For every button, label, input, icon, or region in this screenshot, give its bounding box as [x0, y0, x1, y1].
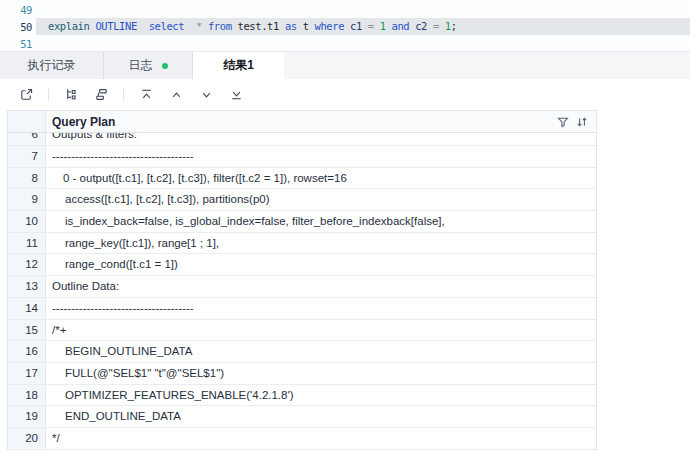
- editor-line-51: 51: [0, 35, 690, 52]
- tab-execution-record[interactable]: 执行记录: [0, 52, 103, 79]
- row-text: range_cond([t.c1 = 1]): [46, 254, 596, 275]
- row-number: 19: [8, 406, 46, 427]
- export-icon[interactable]: [13, 83, 39, 107]
- editor-line-50: 50 explain OUTLINE select * from test.t1…: [0, 18, 690, 35]
- table-row[interactable]: 7-------------------------------------: [8, 146, 596, 168]
- tab-result-1[interactable]: 结果1: [192, 52, 284, 79]
- result-toolbar: [0, 79, 690, 110]
- tabbar-filler: [284, 52, 690, 79]
- sql-token: from: [208, 20, 232, 32]
- table-header-row: Query Plan: [8, 111, 596, 133]
- row-text: access([t.c1], [t.c2], [t.c3]), partitio…: [46, 189, 596, 210]
- table-row[interactable]: 15/*+: [8, 320, 596, 342]
- tab-log[interactable]: 日志: [103, 52, 192, 79]
- tree-structure-icon[interactable]: [58, 83, 84, 107]
- row-text: FULL(@"SEL$1" "t"@"SEL$1"): [46, 363, 596, 384]
- row-number: 12: [8, 254, 46, 275]
- row-number: 17: [8, 363, 46, 384]
- table-row[interactable]: 17FULL(@"SEL$1" "t"@"SEL$1"): [8, 363, 596, 385]
- filter-icon[interactable]: [557, 116, 569, 128]
- row-text: /*+: [46, 320, 596, 341]
- sql-token: c1: [350, 20, 362, 32]
- row-text: is_index_back=false, is_global_index=fal…: [46, 211, 596, 232]
- row-text: BEGIN_OUTLINE_DATA: [46, 341, 596, 362]
- row-text: Outputs & filters:: [46, 133, 596, 145]
- table-row[interactable]: 20*/: [8, 428, 596, 450]
- line-number: 49: [0, 4, 36, 16]
- row-text: OPTIMIZER_FEATURES_ENABLE('4.2.1.8'): [46, 385, 596, 406]
- sql-editor[interactable]: 49 50 explain OUTLINE select * from test…: [0, 0, 690, 52]
- sql-token: ;: [451, 20, 457, 32]
- sql-token: [137, 20, 149, 32]
- scroll-top-icon[interactable]: [133, 83, 159, 107]
- row-text: END_OUTLINE_DATA: [46, 406, 596, 427]
- table-row[interactable]: 19END_OUTLINE_DATA: [8, 406, 596, 428]
- row-number: 13: [8, 276, 46, 297]
- code-line: [36, 1, 690, 18]
- tab-label: 执行记录: [28, 57, 76, 74]
- query-plan-table: Query Plan 6Outputs & filters: [7, 110, 597, 450]
- table-row[interactable]: 6Outputs & filters:: [8, 133, 596, 146]
- table-row[interactable]: 18OPTIMIZER_FEATURES_ENABLE('4.2.1.8'): [8, 385, 596, 407]
- sql-token: [184, 20, 196, 32]
- scroll-up-icon[interactable]: [163, 83, 189, 107]
- line-number: 50: [0, 21, 36, 33]
- code-line: [36, 35, 690, 52]
- toolbar-divider: [123, 88, 124, 101]
- row-number: 6: [8, 133, 46, 145]
- row-number-header: [8, 111, 46, 132]
- query-plan-header-cell: Query Plan: [46, 111, 596, 132]
- result-tabbar: 执行记录 日志 结果1: [0, 52, 690, 79]
- column-title: Query Plan: [52, 115, 115, 129]
- row-number: 15: [8, 320, 46, 341]
- query-plan-panel: Query Plan 6Outputs & filters: [0, 110, 690, 450]
- table-row[interactable]: 10is_index_back=false, is_global_index=f…: [8, 211, 596, 233]
- scroll-bottom-icon[interactable]: [223, 83, 249, 107]
- sql-token: OUTLINE: [95, 20, 136, 32]
- toolbar-divider: [48, 88, 49, 101]
- row-text: -------------------------------------: [46, 298, 596, 319]
- scroll-down-icon[interactable]: [193, 83, 219, 107]
- tab-label: 结果1: [223, 57, 254, 74]
- header-icons: [557, 116, 588, 128]
- sql-token: test.t1: [238, 20, 279, 32]
- line-number: 51: [0, 38, 36, 50]
- sort-icon[interactable]: [576, 116, 588, 128]
- row-text: -------------------------------------: [46, 146, 596, 167]
- row-number: 20: [8, 428, 46, 449]
- row-text: 0 - output([t.c1], [t.c2], [t.c3]), filt…: [46, 168, 596, 189]
- table-row[interactable]: 14-------------------------------------: [8, 298, 596, 320]
- row-text: */: [46, 428, 596, 449]
- table-row[interactable]: 16BEGIN_OUTLINE_DATA: [8, 341, 596, 363]
- sql-code-line: explain OUTLINE select * from test.t1 as…: [36, 18, 690, 35]
- table-row[interactable]: 80 - output([t.c1], [t.c2], [t.c3]), fil…: [8, 168, 596, 190]
- row-number: 18: [8, 385, 46, 406]
- layout-rows-icon[interactable]: [88, 83, 114, 107]
- row-number: 10: [8, 211, 46, 232]
- green-dot-indicator: [162, 63, 168, 69]
- sql-token: select: [149, 20, 185, 32]
- sql-token: and: [391, 20, 409, 32]
- sql-token: as: [285, 20, 297, 32]
- row-text: Outline Data:: [46, 276, 596, 297]
- plan-table-body: 6Outputs & filters:7--------------------…: [8, 133, 596, 450]
- sql-token: where: [314, 20, 344, 32]
- table-row[interactable]: 9access([t.c1], [t.c2], [t.c3]), partiti…: [8, 189, 596, 211]
- table-row[interactable]: 12range_cond([t.c1 = 1]): [8, 254, 596, 276]
- row-number: 9: [8, 189, 46, 210]
- row-text: range_key([t.c1]), range[1 ; 1],: [46, 233, 596, 254]
- row-number: 7: [8, 146, 46, 167]
- sql-token: explain: [48, 20, 89, 32]
- editor-line-49: 49: [0, 1, 690, 18]
- sql-console: 49 50 explain OUTLINE select * from test…: [0, 0, 690, 455]
- table-row[interactable]: 11range_key([t.c1]), range[1 ; 1],: [8, 233, 596, 255]
- row-number: 11: [8, 233, 46, 254]
- tab-label: 日志: [129, 57, 153, 74]
- row-number: 8: [8, 168, 46, 189]
- row-number: 14: [8, 298, 46, 319]
- row-number: 16: [8, 341, 46, 362]
- table-row[interactable]: 13Outline Data:: [8, 276, 596, 298]
- sql-token: c2: [415, 20, 427, 32]
